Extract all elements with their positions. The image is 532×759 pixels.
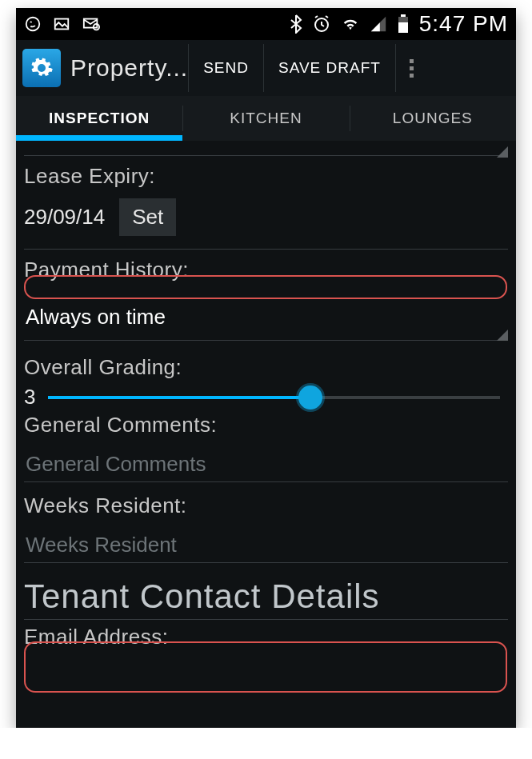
mail-icon: [82, 15, 101, 33]
set-date-button[interactable]: Set: [119, 198, 176, 236]
tab-inspection[interactable]: INSPECTION: [16, 96, 182, 141]
weeks-resident-label: Weeks Resident:: [24, 493, 508, 518]
general-comments-input[interactable]: General Comments: [24, 444, 508, 482]
alarm-icon: [312, 14, 331, 34]
divider: [24, 155, 508, 156]
payment-history-spinner[interactable]: Always on time: [24, 294, 508, 341]
status-clock: 5:47 PM: [419, 11, 508, 37]
whatsapp-icon: [24, 15, 42, 33]
payment-history-value: Always on time: [24, 305, 166, 330]
divider: [24, 249, 508, 250]
weeks-resident-placeholder: Weeks Resident: [26, 533, 177, 557]
app-title: Property...: [70, 54, 188, 82]
tab-bar: INSPECTION KITCHEN LOUNGES: [16, 96, 516, 141]
weeks-resident-input[interactable]: Weeks Resident: [24, 525, 508, 563]
overall-grading-value: 3: [24, 385, 37, 409]
payment-history-label: Payment History:: [24, 258, 508, 282]
overall-grading-slider[interactable]: [48, 386, 500, 409]
save-draft-button[interactable]: SAVE DRAFT: [263, 44, 395, 92]
overall-grading-label: Overall Grading:: [24, 355, 508, 380]
email-address-label: Email Address:: [24, 625, 508, 649]
action-bar: Property... SEND SAVE DRAFT: [16, 40, 516, 96]
picture-icon: [53, 15, 70, 33]
tab-lounges[interactable]: LOUNGES: [350, 96, 516, 141]
divider: [24, 619, 508, 620]
tenant-contact-header: Tenant Contact Details: [24, 577, 508, 616]
lease-expiry-value: 29/09/14: [24, 205, 105, 230]
general-comments-placeholder: General Comments: [26, 452, 206, 476]
svg-rect-6: [398, 22, 408, 33]
bluetooth-icon: [290, 14, 302, 34]
more-vert-icon: [410, 59, 414, 78]
overflow-menu-button[interactable]: [395, 44, 428, 92]
app-gear-icon: [22, 49, 61, 87]
content-area: Lease Expiry: 29/09/14 Set Payment Histo…: [16, 155, 516, 649]
svg-rect-7: [401, 14, 406, 17]
status-bar: 5:47 PM: [16, 8, 516, 40]
tab-kitchen[interactable]: KITCHEN: [182, 96, 349, 141]
svg-point-0: [26, 18, 40, 31]
lease-expiry-label: Lease Expiry:: [24, 164, 508, 189]
send-button[interactable]: SEND: [188, 44, 263, 92]
wifi-icon: [341, 15, 360, 33]
general-comments-label: General Comments:: [24, 413, 508, 437]
signal-icon: [370, 15, 387, 33]
device-screen: 5:47 PM Property... SEND SAVE DRAFT INSP…: [16, 8, 516, 728]
battery-icon: [397, 14, 410, 34]
